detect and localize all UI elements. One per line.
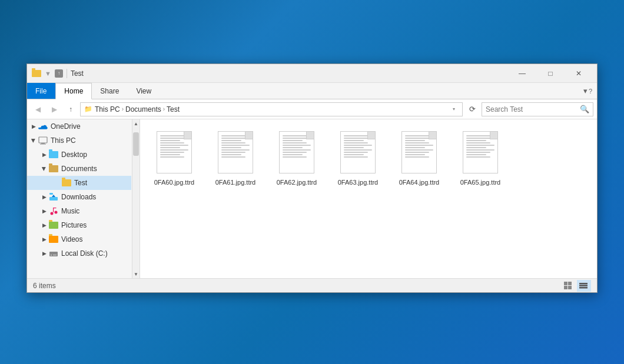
search-input[interactable] (486, 105, 577, 113)
svg-rect-13 (564, 282, 567, 285)
file-item-1[interactable]: 0FA61.jpg.ttrd (206, 124, 265, 191)
svg-rect-16 (568, 286, 572, 289)
minimize-button[interactable]: — (509, 64, 536, 83)
test-label: Test (74, 179, 87, 187)
desktop-folder-icon (48, 151, 59, 159)
pictures-icon (48, 221, 59, 229)
sidebar-item-test[interactable]: ▶ Test (27, 176, 131, 190)
file-icon-5 (459, 129, 502, 176)
path-segment-thispc: This PC (95, 105, 120, 113)
tab-view[interactable]: View (128, 83, 160, 99)
svg-point-6 (51, 212, 54, 215)
back-button[interactable]: ◀ (31, 102, 45, 116)
ribbon-tabs: File Home Share View ▾ ? (27, 83, 597, 99)
svg-rect-9 (53, 208, 57, 208)
svg-rect-19 (579, 287, 588, 289)
file-item-3[interactable]: 0FA63.jpg.ttrd (328, 124, 387, 191)
pc-icon (38, 136, 48, 145)
list-view-button[interactable] (562, 280, 576, 292)
documents-folder-icon (48, 165, 59, 173)
scroll-track (132, 128, 140, 270)
search-icon: 🔍 (580, 105, 589, 113)
ribbon-expand[interactable]: ▾ ? (579, 83, 597, 99)
file-area: 0FA60.jpg.ttrd 0FA61.jpg.ttrd 0FA62.jpg.… (140, 119, 597, 278)
status-bar: 6 items (27, 278, 597, 292)
music-icon (48, 207, 59, 215)
title-folder-icon (32, 70, 41, 77)
address-path[interactable]: 📁 This PC › Documents › Test ▾ (80, 102, 463, 116)
title-quick-access: ↑ (55, 69, 63, 78)
svg-rect-0 (39, 137, 47, 143)
desktop-label: Desktop (61, 151, 87, 159)
path-segment-test: Test (167, 105, 180, 113)
scroll-down-arrow[interactable]: ▼ (132, 270, 140, 278)
address-bar: ◀ ▶ ↑ 📁 This PC › Documents › Test ▾ ⟳ 🔍 (27, 99, 597, 119)
onedrive-label: OneDrive (51, 122, 81, 131)
tab-home[interactable]: Home (55, 83, 92, 99)
sidebar-item-desktop[interactable]: ▶ Desktop (27, 148, 131, 162)
onedrive-expand[interactable]: ▶ (29, 123, 38, 129)
forward-button[interactable]: ▶ (47, 102, 61, 116)
search-box[interactable]: 🔍 (482, 102, 593, 116)
sidebar-item-onedrive[interactable]: ▶ OneDrive (27, 119, 131, 133)
downloads-icon (48, 193, 59, 201)
svg-rect-1 (41, 143, 45, 144)
title-icons: ▼ ↑ (32, 69, 63, 78)
refresh-button[interactable]: ⟳ (465, 102, 479, 116)
file-icon-3 (337, 129, 379, 176)
window-controls: — □ ✕ (509, 64, 592, 83)
svg-rect-8 (53, 208, 54, 212)
file-item-5[interactable]: 0FA65.jpg.ttrd (451, 124, 510, 191)
localdisk-label: Local Disk (C:) (61, 249, 108, 258)
sidebar-item-thispc[interactable]: ▶ This PC (27, 133, 131, 148)
sidebar-item-downloads[interactable]: ▶ Downloads (27, 190, 131, 204)
sidebar: ▲ ▼ ▶ OneDrive ▶ This PC (27, 119, 140, 278)
close-button[interactable]: ✕ (565, 64, 592, 83)
scroll-up-arrow[interactable]: ▲ (132, 119, 140, 128)
scroll-thumb[interactable] (133, 132, 139, 156)
sidebar-item-videos[interactable]: ▶ Videos (27, 232, 131, 246)
desktop-expand[interactable]: ▶ (40, 152, 48, 158)
ribbon: File Home Share View ▾ ? (27, 83, 597, 99)
svg-rect-3 (49, 197, 58, 201)
file-item-0[interactable]: 0FA60.jpg.ttrd (145, 124, 204, 191)
icon-view-button[interactable] (577, 280, 591, 292)
tab-file[interactable]: File (27, 83, 55, 99)
svg-rect-11 (51, 255, 52, 256)
drive-icon (48, 249, 59, 258)
svg-rect-10 (49, 252, 58, 256)
svg-rect-12 (53, 255, 57, 255)
main-content: ▲ ▼ ▶ OneDrive ▶ This PC (27, 119, 597, 278)
file-explorer-window: ▼ ↑ Test — □ ✕ File Home Share View (26, 64, 598, 293)
file-icon-0 (153, 129, 195, 176)
file-item-4[interactable]: 0FA64.jpg.ttrd (390, 124, 449, 191)
music-expand[interactable]: ▶ (40, 208, 48, 214)
localdisk-expand[interactable]: ▶ (40, 251, 48, 256)
file-label-4: 0FA64.jpg.ttrd (399, 178, 440, 186)
svg-rect-15 (564, 286, 567, 289)
path-dropdown-arrow[interactable]: ▾ (449, 106, 459, 112)
downloads-expand[interactable]: ▶ (40, 194, 48, 200)
title-bar: ▼ ↑ Test — □ ✕ (27, 64, 597, 83)
sidebar-item-localdisk[interactable]: ▶ Local Disk (C:) (27, 246, 131, 261)
file-label-2: 0FA62.jpg.ttrd (277, 178, 317, 186)
test-folder-icon (61, 179, 72, 187)
sidebar-item-pictures[interactable]: ▶ Pictures (27, 218, 131, 232)
sidebar-item-music[interactable]: ▶ Music (27, 204, 131, 218)
sidebar-item-documents[interactable]: ▶ Documents (27, 162, 131, 176)
item-count: 6 items (33, 282, 56, 290)
svg-rect-4 (49, 193, 53, 195)
file-item-2[interactable]: 0FA62.jpg.ttrd (267, 124, 326, 191)
svg-point-7 (55, 211, 58, 214)
pictures-expand[interactable]: ▶ (40, 222, 48, 228)
sidebar-scrollbar: ▲ ▼ (132, 119, 140, 278)
tab-share[interactable]: Share (92, 83, 128, 99)
maximize-button[interactable]: □ (537, 64, 564, 83)
videos-expand[interactable]: ▶ (40, 236, 48, 242)
up-button[interactable]: ↑ (64, 102, 78, 116)
thispc-expand[interactable]: ▶ (31, 136, 36, 145)
documents-expand[interactable]: ▶ (41, 165, 47, 173)
documents-label: Documents (61, 165, 97, 173)
onedrive-icon (38, 122, 48, 131)
window-title: Test (71, 69, 509, 78)
